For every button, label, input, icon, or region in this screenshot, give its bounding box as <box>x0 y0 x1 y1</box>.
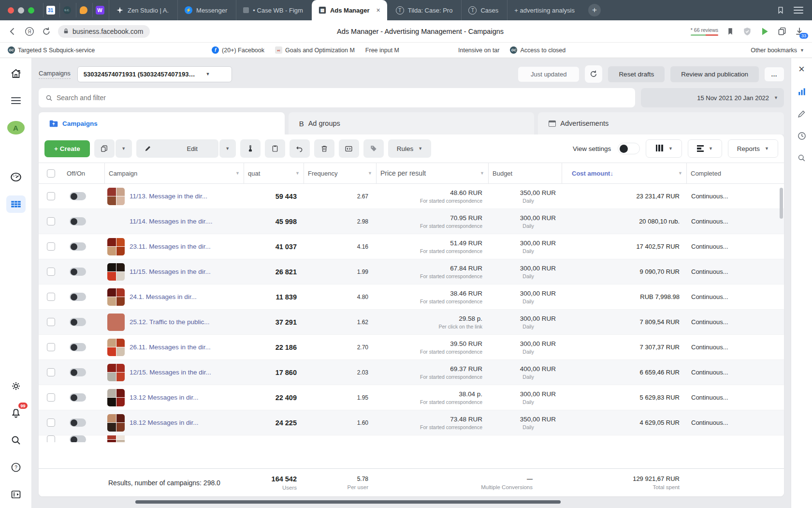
pinned-tab-calendar[interactable]: 31 <box>43 3 58 17</box>
review-publication-button[interactable]: Review and publication <box>670 66 759 82</box>
campaign-link[interactable]: 11/13. Message in the dir... <box>130 193 207 200</box>
column-cost-amount[interactable]: Cost amount↓▼ <box>562 163 686 183</box>
bookmark-item[interactable]: Free input M <box>365 47 399 54</box>
table-row[interactable]: 26.11. Messages in the dir... 22 186 2.7… <box>39 335 784 360</box>
search-filter-bar[interactable] <box>39 88 635 107</box>
view-settings-toggle[interactable] <box>618 143 640 154</box>
sidebar-search[interactable] <box>6 432 26 449</box>
campaign-link[interactable]: 24.1. Messages in dir... <box>130 293 197 300</box>
filter-caret-icon[interactable]: ▼ <box>235 171 240 176</box>
back-icon[interactable] <box>8 27 17 36</box>
turbo-icon[interactable] <box>760 27 769 36</box>
table-row[interactable]: 13.12 Messages in dir... 22 409 1.95 38.… <box>39 385 784 410</box>
address-bar[interactable]: business.facebook.com <box>58 25 150 38</box>
row-checkbox[interactable] <box>47 343 55 351</box>
bookmark-item[interactable]: f(20+) Facebook <box>212 46 264 54</box>
browser-menu-icon[interactable] <box>794 5 803 15</box>
vertical-scrollbar[interactable] <box>780 188 783 219</box>
pinned-tab-w[interactable]: W <box>92 3 107 17</box>
history-clock-icon[interactable] <box>797 131 807 141</box>
tab-advertising-analysis[interactable]: + advertising analysis <box>507 0 581 20</box>
campaign-link[interactable]: 25.12. Traffic to the public... <box>130 318 210 326</box>
row-checkbox[interactable] <box>47 393 55 402</box>
row-toggle[interactable] <box>70 435 86 442</box>
campaign-link[interactable]: 26.11. Messages in the dir... <box>130 344 211 351</box>
charts-icon[interactable] <box>797 87 807 97</box>
row-toggle[interactable] <box>70 192 86 200</box>
row-toggle[interactable] <box>70 418 86 427</box>
zoom-window-icon[interactable] <box>28 7 34 14</box>
rules-button[interactable]: Rules▼ <box>388 139 431 158</box>
pinned-tab-orange[interactable] <box>76 3 90 17</box>
protect-shield-icon[interactable] <box>742 27 752 36</box>
tab-cases[interactable]: T Cases <box>461 0 505 20</box>
close-icon[interactable]: × <box>798 64 805 75</box>
bookmark-icon[interactable] <box>726 27 735 36</box>
reviews-widget[interactable]: * 66 reviews <box>691 27 718 36</box>
row-checkbox[interactable] <box>47 242 55 251</box>
bookmark-item[interactable]: Intensive on tar <box>458 47 499 54</box>
sidebar-ads-manager[interactable] <box>6 168 26 186</box>
row-toggle[interactable] <box>70 242 86 251</box>
tab-figma-case[interactable]: • Case WB - Figm <box>236 0 310 20</box>
new-tab-button[interactable]: + <box>588 4 601 16</box>
sidebar-help[interactable]: ? <box>6 459 26 476</box>
row-checkbox[interactable] <box>47 318 55 326</box>
row-toggle[interactable] <box>70 293 86 301</box>
bookmark-item[interactable]: GCAccess to closed <box>510 46 566 54</box>
reset-drafts-button[interactable]: Reset drafts <box>608 66 665 82</box>
table-row[interactable]: 11/13. Message in the dir... 59 443 2.67… <box>39 184 784 209</box>
table-row[interactable]: 23.11. Messages in the dir... 41 037 4.1… <box>39 234 784 259</box>
column-completed[interactable]: Completed <box>686 163 784 183</box>
sidebar-billing[interactable] <box>6 486 26 503</box>
tab-panel-icon[interactable] <box>776 6 785 15</box>
row-toggle[interactable] <box>70 318 86 326</box>
close-window-icon[interactable] <box>8 7 14 14</box>
campaign-link[interactable]: 23.11. Messages in the dir... <box>130 243 211 250</box>
filter-caret-icon[interactable]: ▼ <box>480 171 484 176</box>
row-toggle[interactable] <box>70 343 86 351</box>
table-row[interactable]: 18.12 Messages in dir... 24 225 1.60 73.… <box>39 410 784 435</box>
row-checkbox[interactable] <box>47 217 55 225</box>
tag-button[interactable] <box>363 139 384 158</box>
filter-caret-icon[interactable]: ▼ <box>368 171 372 176</box>
reload-icon[interactable] <box>42 27 51 36</box>
downloads-button[interactable]: 33 <box>795 27 804 36</box>
bookmark-item[interactable]: GCTargeted S Subquick-service <box>8 46 95 54</box>
collections-icon[interactable] <box>777 27 787 36</box>
search-input[interactable] <box>57 94 628 102</box>
filter-caret-icon[interactable]: ▼ <box>678 171 682 176</box>
tab-advertisements[interactable]: Advertisements <box>538 112 784 134</box>
undo-button[interactable] <box>290 139 310 158</box>
filter-caret-icon[interactable]: ▼ <box>295 171 300 176</box>
reports-button[interactable]: Reports▼ <box>728 139 778 158</box>
create-button[interactable]: + Create <box>44 140 90 157</box>
sidebar-menu[interactable] <box>6 92 26 109</box>
ad-account-select[interactable]: 530324574071931 (53032457407193… ▼ <box>77 66 232 82</box>
table-row[interactable]: 11/15. Messages in the dir... 26 821 1.9… <box>39 259 784 284</box>
row-toggle[interactable] <box>70 393 86 402</box>
tab-messenger[interactable]: ⚡ Messenger <box>177 0 234 20</box>
duplicate-button[interactable] <box>94 139 115 158</box>
date-range-selector[interactable]: 15 Nov 2021 20 Jan 2022 ▼ <box>641 88 784 107</box>
tab-ad-groups[interactable]: B Ad groups <box>289 112 535 134</box>
table-row[interactable]: 24.1. Messages in dir... 11 839 4.80 38.… <box>39 284 784 310</box>
campaign-link[interactable]: 18.12 Messages in dir... <box>130 419 199 426</box>
row-checkbox[interactable] <box>47 418 55 427</box>
table-row[interactable]: 25.12. Traffic to the public... 37 291 1… <box>39 310 784 335</box>
horizontal-scrollbar[interactable] <box>39 500 784 505</box>
column-frequency[interactable]: Frequency▼ <box>304 163 376 183</box>
inspect-icon[interactable] <box>797 153 806 163</box>
row-checkbox[interactable] <box>47 192 55 200</box>
sidebar-settings[interactable] <box>6 377 26 395</box>
table-row[interactable] <box>39 435 784 442</box>
section-label[interactable]: Campaigns <box>39 70 71 79</box>
minimize-window-icon[interactable] <box>18 7 24 14</box>
row-toggle[interactable] <box>70 368 86 376</box>
clipboard-button[interactable] <box>265 139 285 158</box>
row-checkbox[interactable] <box>47 368 55 376</box>
sidebar-notifications[interactable]: 99 <box>6 404 26 422</box>
column-price-per-result[interactable]: Price per result▼ <box>376 163 488 183</box>
column-budget[interactable]: Budget <box>488 163 562 183</box>
row-toggle[interactable] <box>70 268 86 276</box>
